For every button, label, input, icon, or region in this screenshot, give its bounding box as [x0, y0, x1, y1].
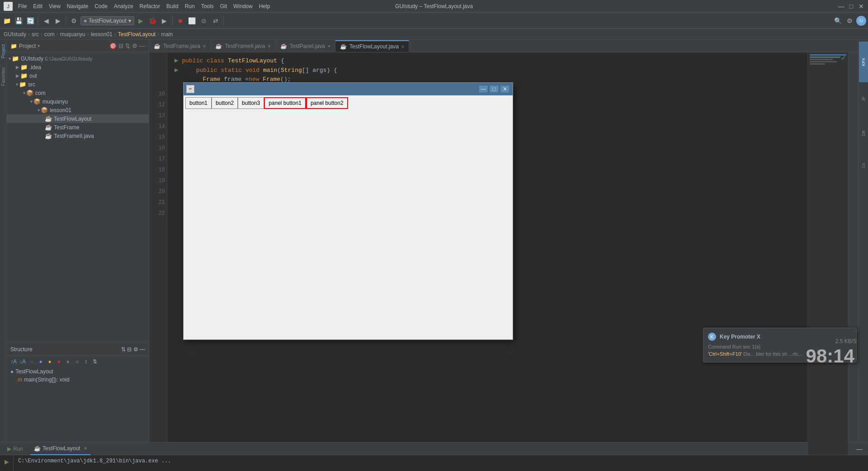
structure-settings-button[interactable]: ⚙ — [133, 346, 138, 353]
menu-tools[interactable]: Tools — [198, 2, 217, 10]
coverage2-button[interactable]: ⊘ — [199, 16, 209, 26]
breadcrumb-lesson01[interactable]: lesson01 — [91, 31, 113, 38]
debug-button[interactable]: 🐞 — [148, 16, 158, 26]
tab-testflowlayout-close[interactable]: × — [401, 44, 404, 49]
java-button-1[interactable]: button1 — [185, 97, 212, 109]
favorites-tab-vert[interactable]: Favorites — [0, 63, 7, 90]
tree-testframe[interactable]: ☕ TestFrame — [7, 123, 149, 132]
menu-code[interactable]: Code — [92, 2, 110, 10]
menu-view[interactable]: View — [46, 2, 63, 10]
breadcrumb-com[interactable]: com — [44, 31, 55, 38]
close-panel-button[interactable]: — — [139, 42, 145, 49]
tab-testflowlayout[interactable]: ☕ TestFlowLayout.java × — [335, 40, 409, 52]
menu-run[interactable]: Run — [182, 2, 198, 10]
struct-item-class[interactable]: ● TestFlowLayout — [7, 367, 149, 376]
tree-testframeii[interactable]: ☕ TestFrameII.java — [7, 132, 149, 140]
forward-button[interactable]: ▶ — [53, 16, 63, 26]
java-frame-minimize[interactable]: — — [478, 85, 488, 93]
tree-lesson01[interactable]: ▾ 📦 lesson01 — [7, 106, 149, 114]
search-everywhere-button[interactable]: 🔍 — [833, 16, 843, 26]
menu-build[interactable]: Build — [164, 2, 181, 10]
minimize-button[interactable]: — — [838, 3, 844, 9]
tree-root[interactable]: ▾ 📁 GUIstudy E:\JavaGUI\GUIstudy — [7, 54, 149, 63]
sort-alpha-desc-button[interactable]: ↓A — [19, 358, 27, 366]
settings-button[interactable]: ⚙ — [844, 16, 854, 26]
coverage-button[interactable]: ▶ — [160, 16, 170, 26]
sort-alpha-asc-button[interactable]: ↑A — [9, 358, 18, 366]
show-protected-button[interactable]: ● — [64, 358, 72, 366]
show-static-button[interactable]: ● — [46, 358, 54, 366]
back-button[interactable]: ◀ — [41, 16, 51, 26]
database-tab[interactable]: DB — [859, 118, 868, 149]
breadcrumb-main[interactable]: main — [161, 31, 173, 38]
save-button[interactable]: 💾 — [14, 16, 24, 26]
translate-button[interactable]: ⇄ — [211, 16, 221, 26]
scroll-to-end-button[interactable]: ↓ — [2, 468, 11, 471]
tree-com[interactable]: ▾ 📦 com — [7, 89, 149, 97]
collapse-all-struct-button[interactable]: ⇅ — [91, 358, 99, 366]
tree-idea[interactable]: ▶ 📁 .idea — [7, 63, 149, 71]
sync-button[interactable]: 🔄 — [25, 16, 35, 26]
tab-testframeii[interactable]: ☕ TestFrameII.java × — [211, 40, 275, 52]
java-frame-maximize[interactable]: □ — [489, 85, 499, 93]
java-button-2[interactable]: button2 — [212, 97, 238, 109]
sort-button[interactable]: ⇅ — [125, 42, 130, 49]
tree-src[interactable]: ▾ 📁 src — [7, 80, 149, 89]
profile-button[interactable]: ⬜ — [187, 16, 197, 26]
maximize-button[interactable]: □ — [848, 3, 854, 9]
show-inherited-button[interactable]: ○ — [28, 358, 36, 366]
tab-testpanel-close[interactable]: × — [328, 43, 330, 49]
breadcrumb-guistudy[interactable]: GUIstudy — [4, 31, 26, 38]
avatar-button[interactable]: U — [856, 16, 866, 26]
open-dir-button[interactable]: 📁 — [2, 16, 12, 26]
menu-refactor[interactable]: Refactor — [137, 2, 163, 10]
build-config-button[interactable]: ⚙ — [69, 16, 79, 26]
rerun-button[interactable]: ▶ — [2, 457, 11, 466]
stop-button[interactable]: ■ — [175, 16, 185, 26]
java-panel-button-2[interactable]: panel button2 — [306, 97, 348, 109]
structure-sort-button[interactable]: ⇅ — [121, 346, 126, 353]
locate-file-button[interactable]: 🎯 — [109, 42, 117, 49]
show-public-button[interactable]: ○ — [73, 358, 81, 366]
close-button[interactable]: ✕ — [858, 3, 864, 9]
menu-analyze[interactable]: Analyze — [111, 2, 136, 10]
struct-item-main[interactable]: m main(String[]): void — [7, 376, 149, 384]
tree-out[interactable]: ▶ 📁 out — [7, 71, 149, 80]
project-tab-vert[interactable]: Project — [0, 40, 7, 63]
java-panel-button-1[interactable]: panel button1 — [264, 97, 306, 109]
menu-git[interactable]: Git — [217, 2, 230, 10]
tab-testframe[interactable]: ☕ TestFrame.java × — [149, 40, 211, 52]
show-fields-button[interactable]: ● — [37, 358, 45, 366]
run-active-tab[interactable]: ☕ TestFlowLayout × — [30, 443, 90, 455]
structure-close-button[interactable]: — — [140, 346, 145, 353]
menu-edit[interactable]: Edit — [30, 2, 45, 10]
tree-muquanyu[interactable]: ▾ 📦 muquanyu — [7, 97, 149, 106]
codota-tab[interactable]: Co — [859, 152, 868, 179]
json-parser-tab[interactable]: JP — [859, 83, 868, 115]
menu-navigate[interactable]: Navigate — [64, 2, 91, 10]
key-promoter-x-tab[interactable]: KPX — [859, 42, 868, 82]
run-button[interactable]: ▶ — [136, 16, 146, 26]
settings-panel-button[interactable]: ⚙ — [132, 42, 137, 49]
breadcrumb-muquanyu[interactable]: muquanyu — [60, 31, 85, 38]
menu-file[interactable]: File — [15, 2, 29, 10]
tree-testflowlayout[interactable]: ☕ TestFlowLayout — [7, 114, 149, 123]
run-close-button[interactable]: — — [854, 444, 864, 454]
java-frame-close[interactable]: ✕ — [500, 85, 510, 93]
tab-testframe-close[interactable]: × — [203, 43, 206, 49]
expand-all-struct-button[interactable]: ↕ — [82, 358, 90, 366]
breadcrumb-testflowlayout[interactable]: TestFlowLayout — [118, 31, 156, 38]
breadcrumb-src[interactable]: src — [32, 31, 39, 38]
run-tab[interactable]: ▶ Run — [4, 443, 27, 455]
run-active-tab-close[interactable]: × — [84, 445, 87, 452]
structure-collapse-button[interactable]: ⊟ — [127, 346, 132, 353]
run-config-dropdown[interactable]: ● TestFlowLayout ▾ — [80, 16, 134, 25]
menu-help[interactable]: Help — [256, 2, 273, 10]
collapse-all-button[interactable]: ⊟ — [118, 42, 123, 49]
project-dropdown-arrow[interactable]: ▾ — [38, 43, 40, 48]
tab-testframeii-close[interactable]: × — [268, 43, 270, 49]
show-private-button[interactable]: ● — [55, 358, 63, 366]
java-button-3[interactable]: button3 — [238, 97, 264, 109]
tab-testpanel[interactable]: ☕ TestPanel.java × — [276, 40, 335, 52]
menu-window[interactable]: Window — [231, 2, 255, 10]
